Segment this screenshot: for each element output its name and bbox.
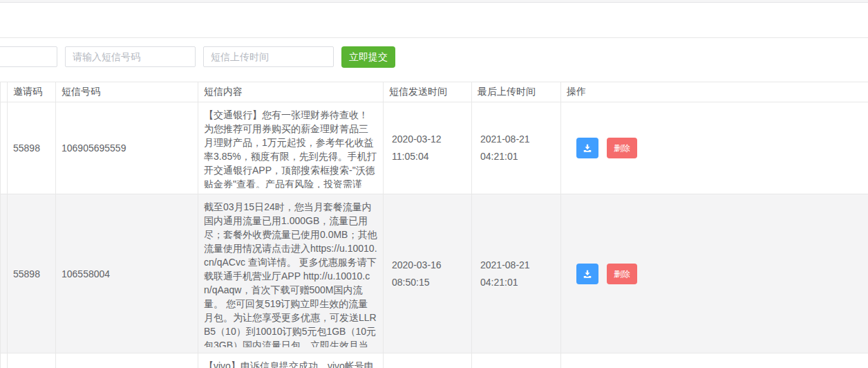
upload-time-cell: 2021-08-21 04:21:01 [472,194,561,353]
filter-input-partial[interactable] [0,46,57,67]
filter-bar: 立即提交 [0,38,868,82]
invite-code-cell: 55898 [8,194,56,353]
actions-cell: 删除 [561,194,868,353]
sms-content-cell: 【vivo】申诉信息提交成功，vivo帐号申诉流水 [198,353,384,368]
col-sms-number: 短信号码 [56,82,198,102]
submit-button[interactable]: 立即提交 [341,46,395,68]
row-select-cell [1,194,8,353]
header-spacer [0,3,868,38]
actions-cell: 删除 [561,353,868,368]
sms-number-cell: 106905695559 [56,102,198,194]
table-row: 【vivo】申诉信息提交成功，vivo帐号申诉流水 删除 [1,353,868,368]
col-invite-code: 邀请码 [8,82,56,102]
download-button[interactable] [576,138,598,158]
invite-code-cell [8,353,56,368]
row-select-cell [1,102,8,194]
table-row: 55898 106905695559 【交通银行】您有一张理财券待查收！为您推荐… [1,102,868,194]
delete-button[interactable]: 删除 [607,138,637,158]
sms-table: 邀请码 短信号码 短信内容 短信发送时间 最后上传时间 操作 55898 106… [0,82,868,368]
table-row: 55898 106558004 截至03月15日24时，您当月套餐流量内国内通用… [1,194,868,353]
col-select [1,82,8,102]
delete-button[interactable]: 删除 [607,264,637,284]
upload-time-input[interactable] [203,46,334,67]
upload-time-cell [472,353,561,368]
row-select-cell [1,353,8,368]
col-actions: 操作 [561,82,868,102]
sms-number-cell [56,353,198,368]
download-button[interactable] [576,264,598,284]
col-sms-content: 短信内容 [198,82,384,102]
send-time-cell: 2020-03-16 08:50:15 [384,194,472,353]
send-time-cell: 2020-03-12 11:05:04 [384,102,472,194]
sms-content-cell: 截至03月15日24时，您当月套餐流量内国内通用流量已用1.000GB，流量已用… [198,194,384,353]
sms-number-cell: 106558004 [56,194,198,353]
col-upload-time: 最后上传时间 [472,82,561,102]
sms-content-cell: 【交通银行】您有一张理财券待查收！为您推荐可用券购买的薪金理财菁品三月理财产品，… [198,102,384,194]
invite-code-cell: 55898 [8,102,56,194]
col-send-time: 短信发送时间 [384,82,472,102]
download-icon [583,269,592,279]
download-icon [583,143,592,153]
sms-content-text: 【交通银行】您有一张理财券待查收！为您推荐可用券购买的薪金理财菁品三月理财产品，… [204,108,377,188]
upload-time-cell: 2021-08-21 04:21:01 [472,102,561,194]
send-time-cell [384,353,472,368]
table-header-row: 邀请码 短信号码 短信内容 短信发送时间 最后上传时间 操作 [1,82,868,102]
sms-number-input[interactable] [65,46,196,67]
actions-cell: 删除 [561,102,868,194]
sms-content-text: 【vivo】申诉信息提交成功，vivo帐号申诉流水 [204,359,377,368]
sms-content-text: 截至03月15日24时，您当月套餐流量内国内通用流量已用1.000GB，流量已用… [204,200,377,347]
